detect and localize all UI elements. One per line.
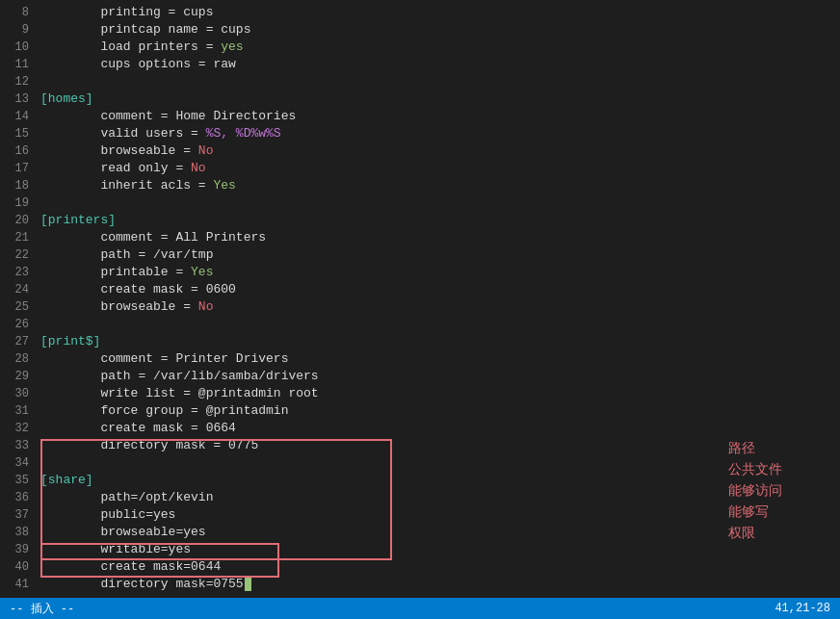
- line-number-31: 31: [0, 402, 37, 420]
- line-content-23: printable = Yes: [37, 264, 840, 281]
- line-32: 32 create mask = 0664: [0, 420, 840, 437]
- line-content-39: writable=yes: [37, 541, 840, 558]
- line-number-8: 8: [0, 4, 37, 21]
- line-content-9: printcap name = cups: [37, 21, 840, 39]
- line-number-22: 22: [0, 246, 37, 264]
- line-12: 12: [0, 73, 840, 90]
- line-number-10: 10: [0, 39, 37, 56]
- line-content-38: browseable=yes: [37, 524, 840, 541]
- line-number-19: 19: [0, 194, 37, 212]
- line-content-37: public=yes: [37, 506, 840, 524]
- line-content-30: write list = @printadmin root: [37, 385, 840, 402]
- line-content-33: directory mask = 0775: [37, 437, 840, 454]
- line-14: 14 comment = Home Directories: [0, 108, 840, 125]
- line-number-13: 13: [0, 90, 37, 108]
- line-25: 25 browseable = No: [0, 298, 840, 316]
- line-41: 41 directory mask=0755: [0, 576, 840, 593]
- line-content-22: path = /var/tmp: [37, 246, 840, 264]
- line-number-23: 23: [0, 264, 37, 281]
- line-34: 34: [0, 454, 840, 472]
- line-38: 38 browseable=yes: [0, 524, 840, 541]
- annotation-write: 能够写: [728, 503, 782, 522]
- line-number-14: 14: [0, 108, 37, 125]
- line-28: 28 comment = Printer Drivers: [0, 350, 840, 368]
- line-11: 11 cups options = raw: [0, 56, 840, 73]
- line-number-11: 11: [0, 56, 37, 73]
- line-content-25: browseable = No: [37, 298, 840, 316]
- line-10: 10 load printers = yes: [0, 39, 840, 56]
- annotation-path: 路径: [728, 439, 782, 458]
- line-33: 33 directory mask = 0775: [0, 437, 840, 454]
- line-number-16: 16: [0, 142, 37, 160]
- annotation-panel: 路径 公共文件 能够访问 能够写 权限: [728, 439, 782, 543]
- line-30: 30 write list = @printadmin root: [0, 385, 840, 402]
- line-35: 35[share]: [0, 472, 840, 489]
- line-19: 19: [0, 194, 840, 212]
- line-18: 18 inherit acls = Yes: [0, 177, 840, 194]
- line-36: 36 path=/opt/kevin: [0, 489, 840, 506]
- line-number-21: 21: [0, 229, 37, 246]
- line-23: 23 printable = Yes: [0, 264, 840, 281]
- line-content-10: load printers = yes: [37, 39, 840, 56]
- line-27: 27[print$]: [0, 333, 840, 350]
- line-content-29: path = /var/lib/samba/drivers: [37, 368, 840, 385]
- line-content-40: create mask=0644: [37, 558, 840, 576]
- line-content-27: [print$]: [37, 333, 840, 350]
- status-position: 41,21-28: [774, 602, 830, 615]
- line-20: 20[printers]: [0, 212, 840, 229]
- line-number-15: 15: [0, 125, 37, 142]
- line-40: 40 create mask=0644: [0, 558, 840, 576]
- line-number-9: 9: [0, 21, 37, 39]
- line-16: 16 browseable = No: [0, 142, 840, 160]
- line-24: 24 create mask = 0600: [0, 281, 840, 298]
- line-number-24: 24: [0, 281, 37, 298]
- status-bar: -- 插入 -- 41,21-28: [0, 598, 840, 619]
- line-content-13: [homes]: [37, 90, 840, 108]
- line-number-28: 28: [0, 350, 37, 368]
- line-21: 21 comment = All Printers: [0, 229, 840, 246]
- line-content-24: create mask = 0600: [37, 281, 840, 298]
- annotation-access: 能够访问: [728, 481, 782, 501]
- line-39: 39 writable=yes: [0, 541, 840, 558]
- line-content-18: inherit acls = Yes: [37, 177, 840, 194]
- line-content-11: cups options = raw: [37, 56, 840, 73]
- line-number-26: 26: [0, 316, 37, 333]
- annotation-public: 公共文件: [728, 460, 782, 479]
- line-content-28: comment = Printer Drivers: [37, 350, 840, 368]
- line-number-25: 25: [0, 298, 37, 316]
- line-content-17: read only = No: [37, 160, 840, 177]
- line-22: 22 path = /var/tmp: [0, 246, 840, 264]
- line-31: 31 force group = @printadmin: [0, 402, 840, 420]
- line-9: 9 printcap name = cups: [0, 21, 840, 39]
- line-number-41: 41: [0, 576, 37, 593]
- line-number-33: 33: [0, 437, 37, 454]
- line-number-30: 30: [0, 385, 37, 402]
- line-content-14: comment = Home Directories: [37, 108, 840, 125]
- status-mode: -- 插入 --: [10, 601, 74, 617]
- line-content-35: [share]: [37, 472, 840, 489]
- line-number-29: 29: [0, 368, 37, 385]
- line-content-8: printing = cups: [37, 4, 840, 21]
- line-13: 13[homes]: [0, 90, 840, 108]
- line-number-32: 32: [0, 420, 37, 437]
- annotation-permission: 权限: [728, 524, 782, 543]
- line-content-21: comment = All Printers: [37, 229, 840, 246]
- line-37: 37 public=yes: [0, 506, 840, 524]
- line-number-27: 27: [0, 333, 37, 350]
- line-number-20: 20: [0, 212, 37, 229]
- line-15: 15 valid users = %S, %D%w%S: [0, 125, 840, 142]
- line-8: 8 printing = cups: [0, 4, 840, 21]
- line-content-32: create mask = 0664: [37, 420, 840, 437]
- line-number-39: 39: [0, 541, 37, 558]
- line-number-34: 34: [0, 454, 37, 472]
- editor-area: 8 printing = cups9 printcap name = cups1…: [0, 0, 840, 619]
- line-content-41: directory mask=0755: [37, 576, 840, 593]
- line-content-16: browseable = No: [37, 142, 840, 160]
- line-content-20: [printers]: [37, 212, 840, 229]
- line-17: 17 read only = No: [0, 160, 840, 177]
- line-number-38: 38: [0, 524, 37, 541]
- line-number-37: 37: [0, 506, 37, 524]
- line-content-36: path=/opt/kevin: [37, 489, 840, 506]
- line-number-17: 17: [0, 160, 37, 177]
- line-number-40: 40: [0, 558, 37, 576]
